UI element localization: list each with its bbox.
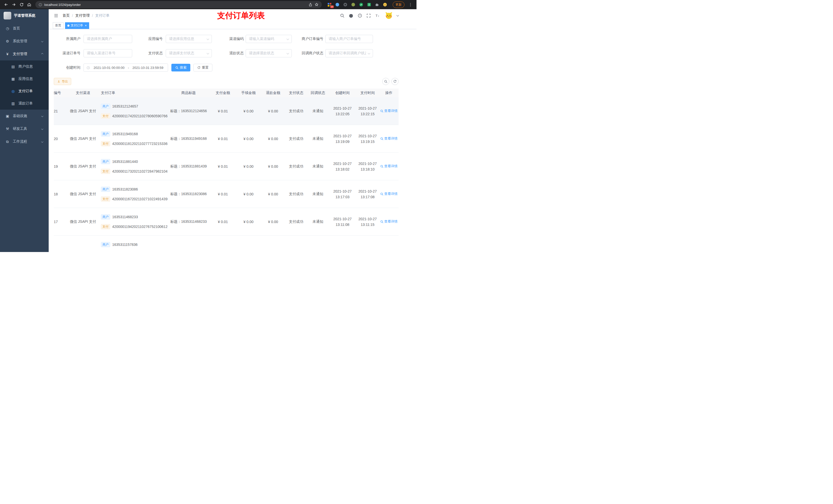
merchant-order-no: 1635311949168	[112, 132, 138, 136]
view-detail-link[interactable]: 查看详情	[380, 136, 398, 141]
chevron-down-icon	[207, 52, 209, 54]
column-header-channel: 支付渠道	[65, 89, 101, 97]
view-detail-link[interactable]: 查看详情	[380, 219, 398, 224]
site-info-icon[interactable]	[39, 3, 42, 7]
cell-pay-status: 支付成功	[285, 97, 307, 125]
share-icon[interactable]	[308, 3, 312, 7]
extensions-puzzle-icon[interactable]	[375, 2, 380, 7]
extension-olive-icon[interactable]	[351, 2, 356, 7]
cell-fee-amount: ¥ 0.00	[236, 153, 261, 180]
chevron-down-icon	[41, 115, 43, 117]
column-header-create-time: 创建时间	[329, 89, 356, 97]
channel-order-input[interactable]: 请输入渠道订单号	[84, 49, 132, 57]
export-button-label: 导出	[62, 79, 68, 84]
dashboard-icon: ◷	[5, 26, 10, 30]
refresh-button[interactable]	[391, 78, 399, 85]
sidebar-item-payment[interactable]: ¥支付管理	[0, 48, 49, 61]
pay-tag: 支付	[101, 169, 110, 174]
sidebar-item-pay-order[interactable]: ◎支付订单	[0, 85, 49, 97]
export-button[interactable]: 导出	[54, 78, 71, 85]
browser-update-button[interactable]: 更新	[393, 2, 404, 8]
sidebar: 芋道管理系统 ◷首页⚙系统管理¥支付管理▤商户信息▦应用信息◎支付订单▥退款订单…	[0, 9, 49, 252]
sidebar-item-home[interactable]: ◷首页	[0, 22, 49, 35]
browser-menu-icon[interactable]: ⋮	[407, 2, 414, 7]
chevron-down-icon	[287, 38, 289, 40]
github-icon[interactable]	[349, 13, 354, 18]
view-detail-link[interactable]: 查看详情	[380, 164, 398, 169]
extension-green-check-icon[interactable]	[359, 2, 364, 7]
sidebar-toggle-icon[interactable]	[52, 13, 60, 18]
sidebar-item-label: 应用信息	[19, 77, 44, 81]
toggle-search-button[interactable]	[382, 78, 389, 85]
extension-grid-icon[interactable]: 10	[327, 2, 332, 7]
sidebar-item-dev-tools[interactable]: ⚒研发工具	[0, 122, 49, 135]
reset-button[interactable]: 重置	[193, 64, 212, 71]
view-detail-link[interactable]: 查看详情	[380, 192, 398, 196]
cell-pay-order: 商户1635311949168支付42000011812021102777232…	[101, 125, 168, 153]
chevron-down-icon[interactable]	[397, 14, 399, 16]
filter-label: 回调商户状态	[302, 51, 325, 55]
tab-label: 首页	[55, 23, 61, 28]
sidebar-item-workflow[interactable]: ⧉工作流程	[0, 135, 49, 148]
merchant-tag: 商户	[101, 159, 110, 164]
logo[interactable]: 芋道管理系统	[0, 9, 49, 22]
browser-reload-button[interactable]	[18, 1, 25, 8]
placeholder-text: 请输入渠道订单号	[87, 51, 116, 55]
sidebar-item-refund-order[interactable]: ▥退款订单	[0, 97, 49, 110]
document-icon: ▥	[11, 101, 15, 105]
cell-fee-amount: ¥ 0.00	[236, 97, 261, 125]
workflow-icon: ⧉	[5, 140, 10, 144]
extension-green-book-icon[interactable]	[366, 2, 372, 7]
browser-forward-button[interactable]	[10, 1, 18, 8]
notify-status-select[interactable]: 请选择订单回调商户状态	[325, 49, 373, 57]
browser-back-button[interactable]	[3, 1, 10, 8]
help-icon[interactable]: ?	[358, 13, 362, 18]
extension-blue-icon[interactable]	[335, 2, 340, 7]
cell-refund-amount	[261, 236, 285, 252]
cell-pay-status: 支付成功	[285, 125, 307, 153]
sidebar-item-infrastructure[interactable]: ▣基础设施	[0, 110, 49, 122]
fullscreen-icon[interactable]	[366, 13, 371, 18]
bookmark-star-icon[interactable]	[314, 3, 319, 7]
clock-icon	[86, 66, 90, 70]
address-bar[interactable]: localhost:1024/pay/order	[35, 1, 322, 8]
search-button[interactable]: 搜索	[171, 64, 190, 71]
cell-action: 查看详情	[379, 125, 399, 153]
close-icon[interactable]: ×	[85, 24, 87, 27]
sidebar-item-merchant-info[interactable]: ▤商户信息	[0, 61, 49, 73]
cell-pay-amount: ¥ 0.01	[210, 180, 236, 208]
channel-code-select[interactable]: 请输入渠道编码	[246, 35, 292, 43]
filter-label: 应用编号	[147, 37, 166, 41]
cell-action: 查看详情	[379, 180, 399, 208]
merchant-select[interactable]: 请选择所属商户	[84, 35, 132, 43]
app-select[interactable]: 请选择应用信息	[166, 35, 212, 43]
font-size-icon[interactable]: TT	[375, 13, 380, 18]
cell-create-time: 2021-10-2713:18:02	[329, 153, 356, 180]
extension-dark-icon[interactable]	[343, 2, 348, 7]
table-header-row: 编号支付渠道支付订单商品标题支付金额手续金额退款金额支付状态回调状态创建时间支付…	[54, 89, 399, 97]
extension-smiley-icon[interactable]	[382, 2, 387, 7]
sidebar-item-system[interactable]: ⚙系统管理	[0, 35, 49, 48]
merchant-tag: 商户	[101, 214, 110, 219]
tab-pay-order[interactable]: 支付订单×	[65, 22, 89, 29]
pay-order-no: 4200001174202110278060590766	[112, 114, 168, 118]
sidebar-item-app-info[interactable]: ▦应用信息	[0, 73, 49, 85]
cell-id: 19	[54, 153, 65, 180]
cell-title: 标题：1635311823086	[168, 180, 210, 208]
view-detail-link[interactable]: 查看详情	[380, 109, 398, 113]
grid-icon: ▦	[11, 77, 15, 81]
refund-status-select[interactable]: 请选择退款状态	[246, 49, 292, 57]
merchant-order-input[interactable]: 请输入商户订单编号	[325, 35, 373, 43]
refresh-icon	[393, 80, 397, 83]
chevron-down-icon	[41, 128, 43, 130]
search-icon	[380, 165, 383, 168]
breadcrumb-item[interactable]: 支付管理	[75, 13, 90, 18]
tab-home[interactable]: 首页	[53, 22, 64, 29]
avatar[interactable]	[385, 12, 393, 20]
browser-home-button[interactable]	[26, 1, 33, 8]
pay-status-select[interactable]: 请选择支付状态	[166, 49, 212, 57]
create-time-range[interactable]: 2021-10-01 00:00:00 - 2021-10-31 23:59:5…	[84, 64, 168, 72]
placeholder-text: 请选择应用信息	[169, 37, 194, 41]
breadcrumb-item[interactable]: 首页	[63, 13, 70, 18]
search-icon[interactable]	[340, 13, 344, 18]
